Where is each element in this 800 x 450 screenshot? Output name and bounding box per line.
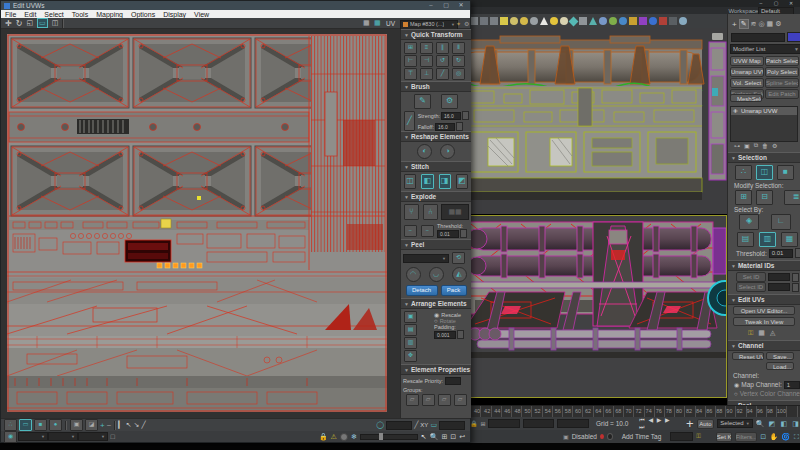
open-uv-editor-button[interactable]: Open UV Editor... (733, 306, 795, 315)
uv-prism-icon[interactable]: ◬ (770, 329, 775, 337)
uv-minimize-button[interactable]: – (424, 2, 438, 9)
playback-controls[interactable]: ⏮ ◀ ▶ ▶ ⏭ (639, 416, 679, 431)
coord-z-field[interactable] (557, 419, 589, 428)
modifier-button[interactable]: Poly Select (765, 67, 799, 77)
rescale-priority-field[interactable] (445, 377, 461, 385)
strength-spinner[interactable] (462, 111, 469, 120)
knob-icon[interactable] (340, 433, 348, 441)
tool-green-sphere-icon[interactable] (609, 17, 617, 25)
uv-close-button[interactable]: ✕ (454, 2, 468, 9)
paint-select-icon[interactable]: ↘ (134, 421, 140, 429)
modifier-stack[interactable]: 👁 Unwrap UVW (730, 106, 798, 142)
select-id-button[interactable]: Select ID (736, 282, 766, 292)
menu-item[interactable]: File (5, 11, 16, 18)
uv-zoom-icon[interactable]: 🔍 (430, 433, 439, 441)
falloff-space-dropdown[interactable]: ▼ (48, 432, 78, 441)
align-vertical-icon[interactable]: ≡ (420, 42, 433, 54)
tool-dark-square-icon[interactable] (669, 17, 677, 25)
modifier-list-dropdown[interactable]: Modifier List ▼ (730, 44, 800, 54)
align-bottom-icon[interactable]: ⊥ (420, 68, 433, 80)
align-right-icon[interactable]: ⊣ (420, 55, 433, 67)
object-name-field[interactable] (731, 33, 785, 42)
show-end-result-icon[interactable]: ▣ (744, 142, 750, 149)
rollout-edit-uvs[interactable]: ▼ Edit UVs (728, 294, 800, 305)
filter-warning-icon[interactable]: ⚠ (331, 433, 337, 441)
slider-handle[interactable] (379, 433, 383, 440)
hierarchy-tab-icon[interactable]: ≋ (751, 20, 757, 28)
zoom-region-icon[interactable]: ⊡ (760, 433, 767, 441)
show-map-icon[interactable]: ▦ (374, 19, 381, 27)
space-horizontal-icon[interactable]: ∥ (436, 42, 449, 54)
peel-mode-dropdown[interactable]: ▼ (403, 254, 449, 263)
uv-map-icon[interactable]: ▦ (758, 329, 765, 337)
peel-reset-icon[interactable]: ⟲ (452, 252, 465, 264)
stitch-to-average-icon[interactable]: ◩ (456, 174, 468, 189)
relax-brush-icon[interactable]: ╱ (404, 111, 415, 131)
remove-modifier-icon[interactable]: 🗑 (762, 143, 768, 149)
menu-item[interactable]: Edit (24, 11, 36, 18)
rollout-brush[interactable]: ▼ Brush (401, 81, 471, 92)
polygon-mode-button[interactable]: ■ (777, 165, 794, 180)
prim-gold-sphere-icon[interactable] (550, 17, 558, 25)
peel-mode-icon[interactable]: ◡ (429, 267, 444, 282)
brightness-slider[interactable] (360, 434, 418, 440)
motion-tab-icon[interactable]: ◎ (758, 20, 764, 28)
padding-spinner[interactable] (457, 330, 464, 339)
group-ungroup-icon[interactable]: ▱ (438, 394, 451, 406)
viewport-top-canvas[interactable] (460, 28, 727, 214)
offset-mode-icon[interactable]: ▭ (430, 421, 437, 429)
edge-distance-checkbox[interactable]: ☐ (110, 433, 115, 440)
tool-blue-sphere-icon[interactable] (599, 17, 607, 25)
tool-color-grid-icon[interactable] (629, 17, 637, 25)
rollout-selection[interactable]: ▼ Selection (728, 152, 800, 163)
loop-selection-button[interactable]: ≣ (784, 190, 800, 205)
tool-triangle-icon[interactable] (589, 17, 597, 25)
set-keys-button[interactable]: + (686, 416, 694, 431)
strength-field[interactable]: 16.0 (441, 112, 461, 120)
padding-field[interactable]: 0.001 (434, 331, 456, 339)
rollout-quick-transform[interactable]: ▼ Quick Transform (401, 29, 471, 40)
key-mode-icon[interactable]: ⚿ (696, 433, 701, 440)
break-icon[interactable]: ⑂ (404, 204, 419, 220)
weld-selected-icon[interactable]: ⌣ (404, 225, 417, 237)
rollout-stitch[interactable]: ▼ Stitch (401, 161, 471, 172)
select-by-edge-angle-button[interactable]: ∟ (771, 214, 791, 230)
viewport-perspective-top[interactable] (460, 28, 727, 214)
make-unique-icon[interactable]: ⧉ (754, 142, 758, 149)
pelt-map-icon[interactable]: ◭ (452, 267, 467, 282)
zoom-extents-all-icon[interactable]: ◨ (791, 420, 800, 428)
uv-zoom-region-icon[interactable]: ⊡ (450, 433, 456, 441)
rollout-element-properties[interactable]: ▼ Element Properties (401, 364, 471, 375)
rollout-reshape-elements[interactable]: ▼ Reshape Elements (401, 131, 471, 142)
checker-pattern-icon[interactable]: ▦ (363, 19, 370, 27)
space-vertical-icon[interactable]: ⫴ (452, 42, 465, 54)
uv-edge-mode-icon[interactable]: ▭ (19, 419, 32, 431)
falloff-spinner[interactable] (456, 122, 463, 131)
explode-threshold-spinner[interactable] (460, 229, 467, 238)
key-filter-dropdown[interactable]: Selected ▼ (717, 419, 752, 428)
falloff-type-dropdown[interactable]: ▼ (18, 432, 48, 441)
tool-blue2-sphere-icon[interactable] (619, 17, 627, 25)
rescale-elements-icon[interactable]: ✥ (404, 350, 417, 362)
orbit-icon[interactable]: 🌀 (781, 433, 790, 441)
uv-element-mode-icon[interactable]: ● (49, 419, 62, 431)
linear-align-icon[interactable]: ╱ (436, 68, 449, 80)
tool-red-square-icon[interactable] (659, 17, 667, 25)
grid-snap-icon[interactable]: ⊞ (480, 420, 485, 427)
menu-item[interactable]: View (194, 11, 209, 18)
coord-y-field[interactable] (523, 419, 555, 428)
threshold-spinner[interactable] (795, 248, 800, 258)
rotate-tool-icon[interactable]: ↻ (16, 19, 23, 28)
snap-toggle-icon[interactable] (490, 17, 498, 25)
rollout-material-ids[interactable]: ▼ Material IDs (728, 260, 800, 271)
align-top-icon[interactable]: ⊤ (404, 68, 417, 80)
select-zx-button[interactable]: ▦ (781, 232, 798, 247)
explode-to-faces-icon[interactable]: ⑃ (423, 204, 438, 220)
menu-item[interactable]: Display (163, 11, 186, 18)
tool-pencil-icon[interactable] (579, 17, 587, 25)
explode-threshold-field[interactable]: 0.01 (437, 230, 459, 238)
uv-lock-icon[interactable]: ⚿ (748, 329, 753, 337)
prim-sphere-icon[interactable] (520, 17, 528, 25)
visibility-eye-icon[interactable]: 👁 (733, 108, 738, 114)
u-coordinate-field[interactable] (386, 421, 412, 430)
